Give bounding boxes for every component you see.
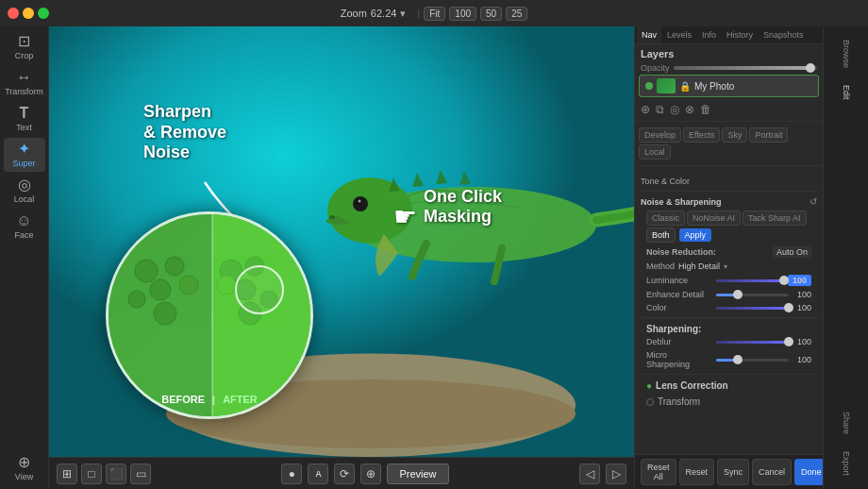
- canvas-content[interactable]: Sharpen & Remove Noise ☛ One Click Maski…: [49, 26, 634, 457]
- luminance-value: 100: [788, 275, 811, 286]
- bottom-left: ⊞ □ ⬛ ▭: [57, 464, 151, 484]
- transform-toggle[interactable]: Transform: [641, 394, 817, 410]
- svg-point-23: [217, 276, 236, 295]
- layer-add-icon[interactable]: ⊕: [641, 103, 650, 116]
- text-label: Text: [16, 123, 32, 132]
- luminance-slider[interactable]: [716, 279, 784, 282]
- view-label: View: [15, 472, 33, 481]
- nav-tab-nav[interactable]: Nav: [637, 26, 661, 43]
- micro-sharpening-label: Micro Sharpening: [646, 350, 712, 369]
- noise-reduction-row: Noise Reduction: Auto On: [641, 244, 817, 260]
- layers-label: Layers: [635, 44, 823, 61]
- super-icon: ✦: [18, 142, 30, 157]
- tool-local[interactable]: ◎ Local: [4, 174, 45, 208]
- noise-btn-classic[interactable]: Classic: [646, 211, 685, 226]
- tab-develop[interactable]: Develop: [639, 127, 681, 143]
- fit-btn[interactable]: Fit: [424, 7, 445, 21]
- rotate-btn[interactable]: ⟳: [334, 464, 355, 484]
- masking-line2: Masking: [424, 207, 502, 227]
- minimize-btn[interactable]: [23, 8, 34, 19]
- luminance-slider-row: Luminance 100: [641, 273, 817, 288]
- method-arrow[interactable]: ▾: [724, 262, 727, 271]
- lens-correction-toggle[interactable]: ● Lens Correction: [641, 378, 817, 394]
- nav-tab-snapshots[interactable]: Snapshots: [759, 26, 809, 43]
- nav-tab-history[interactable]: History: [722, 26, 758, 43]
- svg-point-16: [128, 291, 145, 308]
- color-slider[interactable]: [716, 307, 789, 310]
- apply-btn[interactable]: Apply: [679, 228, 712, 242]
- ai-btn[interactable]: A: [308, 464, 328, 484]
- cursor-icon: ☛: [393, 201, 417, 232]
- tool-view[interactable]: ⊕ View: [4, 451, 45, 485]
- tool-super[interactable]: ✦ Super: [4, 138, 45, 172]
- face-label: Face: [14, 230, 33, 240]
- svg-point-18: [154, 302, 176, 325]
- sync-btn[interactable]: Sync: [717, 459, 749, 485]
- next-btn[interactable]: ▷: [606, 464, 626, 484]
- tab-portrait[interactable]: Portrait: [749, 127, 788, 143]
- reset-all-btn[interactable]: Reset All: [641, 459, 676, 485]
- lens-correction-label: Lens Correction: [656, 380, 728, 391]
- magnifier-inner: BEFORE | AFTER: [108, 214, 310, 416]
- overlay-btn[interactable]: ⬛: [106, 464, 126, 484]
- done-btn[interactable]: Done: [794, 459, 823, 485]
- reset-btn[interactable]: Reset: [679, 459, 715, 485]
- layer-item[interactable]: 🔒 My Photo: [639, 75, 819, 97]
- share-btn[interactable]: Share: [838, 404, 855, 442]
- zoom-arrow[interactable]: ▾: [400, 8, 406, 20]
- noise-btn-nonoise[interactable]: NoNoise AI: [687, 211, 741, 226]
- deblur-slider[interactable]: [716, 341, 789, 344]
- layer-duplicate-icon[interactable]: ⧉: [656, 103, 664, 116]
- close-btn[interactable]: [8, 8, 19, 19]
- edit-btn[interactable]: Edit: [838, 77, 855, 108]
- prev-btn[interactable]: ◁: [579, 464, 600, 484]
- noise-btn-tacksharp[interactable]: Tack Sharp AI: [743, 211, 807, 226]
- tool-transform[interactable]: ↔ Transform: [4, 66, 45, 100]
- browse-btn[interactable]: Browse: [838, 32, 855, 76]
- nav-tab-info[interactable]: Info: [697, 26, 721, 43]
- layer-blend-icon[interactable]: ⊗: [685, 103, 694, 116]
- noise-sharpening-row: Noise & Sharpening ↺: [641, 194, 817, 209]
- layers-icon-btn[interactable]: ⊞: [57, 464, 77, 484]
- cancel-btn[interactable]: Cancel: [752, 459, 792, 485]
- zoom-50-btn[interactable]: 50: [480, 7, 502, 21]
- noise-sharpening-label: Noise & Sharpening: [641, 197, 810, 207]
- maximize-btn[interactable]: [38, 8, 49, 19]
- zoom-label: Zoom: [341, 8, 367, 19]
- tab-local[interactable]: Local: [639, 144, 671, 160]
- layer-delete-icon[interactable]: 🗑: [700, 103, 711, 116]
- deblur-value: 100: [793, 337, 811, 346]
- local-icon: ◎: [18, 177, 31, 193]
- crop-bottom-btn[interactable]: ▭: [130, 464, 151, 484]
- layer-mask-icon[interactable]: ◎: [670, 103, 679, 116]
- divider-5: [641, 374, 817, 375]
- bottom-center: ● A ⟳ ⊕ Preview: [281, 464, 448, 484]
- panel-scroll-content: Tone & Color Noise & Sharpening ↺ Classi…: [635, 169, 823, 454]
- svg-point-14: [165, 257, 184, 276]
- zoom-25-btn[interactable]: 25: [506, 7, 527, 21]
- micro-sharpening-slider[interactable]: [716, 359, 789, 362]
- opacity-slider[interactable]: [674, 66, 817, 70]
- enhance-detail-slider[interactable]: [716, 294, 789, 296]
- masking-text: One Click Masking: [424, 187, 502, 227]
- tool-face[interactable]: ☺ Face: [4, 210, 45, 244]
- nav-tab-levels[interactable]: Levels: [662, 26, 696, 43]
- edit-mode-tabs: Develop Effects Sky Portrait Local: [635, 125, 823, 162]
- preview-btn[interactable]: Preview: [387, 464, 448, 484]
- sharpen-line1: Sharpen: [143, 102, 226, 123]
- export-btn[interactable]: Export: [838, 444, 855, 483]
- zoom-100-btn[interactable]: 100: [449, 7, 476, 21]
- tool-text[interactable]: T Text: [4, 102, 45, 136]
- transform-label: Transform: [658, 396, 700, 407]
- noise-btn-both[interactable]: Both: [646, 228, 676, 243]
- noise-reset-icon[interactable]: ↺: [810, 196, 817, 207]
- crop-label: Crop: [15, 51, 34, 60]
- dot-btn[interactable]: ●: [281, 464, 302, 484]
- color-slider-row: Color 100: [641, 301, 817, 314]
- plus-btn[interactable]: ⊕: [360, 464, 381, 484]
- tab-sky[interactable]: Sky: [722, 127, 747, 143]
- compare-btn[interactable]: □: [81, 464, 102, 484]
- tab-effects[interactable]: Effects: [683, 127, 720, 143]
- window-controls: [8, 8, 49, 19]
- tool-crop[interactable]: ⊡ Crop: [4, 30, 45, 64]
